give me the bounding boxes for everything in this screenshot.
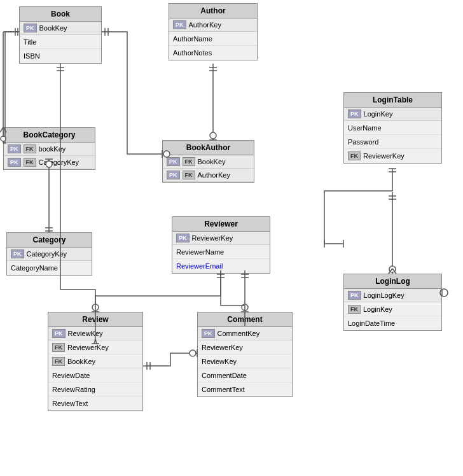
pk-badge: PK [24, 24, 37, 32]
entity-bookcategory: BookCategory PK FK bookKey PK FK Categor… [3, 127, 95, 170]
comment-field-commentkey: CommentKey [218, 330, 260, 337]
category-field-categoryname: CategoryName [7, 261, 92, 275]
fk-badge: FK [183, 157, 195, 166]
comment-field-commenttext: CommentText [198, 382, 292, 396]
reviewer-field-reviewerkey: ReviewerKey [192, 234, 233, 242]
review-field-reviewkey: ReviewKey [68, 330, 103, 337]
entity-comment: Comment PK CommentKey ReviewerKey Review… [197, 312, 293, 397]
entity-book: Book PK BookKey Title ISBN [19, 6, 102, 64]
pk-badge: PK [202, 329, 215, 338]
erd-diagram: Book PK BookKey Title ISBN Author PK Aut… [0, 0, 463, 476]
svg-point-25 [389, 266, 396, 272]
fk-badge: FK [183, 171, 195, 179]
category-pk-row: PK CategoryKey [7, 248, 92, 261]
review-field-reviewerkey: ReviewerKey [67, 344, 109, 351]
author-field-authornotes: AuthorNotes [169, 46, 257, 60]
pk-badge: PK [52, 329, 66, 338]
fk-badge: FK [24, 144, 36, 153]
logintable-field-loginkey: LoginKey [364, 110, 393, 118]
pk-badge: PK [348, 291, 361, 300]
pk-badge: PK [348, 109, 361, 118]
entity-book-title: Book [20, 7, 101, 22]
reviewer-field-reviewername: ReviewerName [172, 245, 270, 259]
loginlog-fk-loginkey: FK LoginKey [344, 302, 441, 316]
pk-badge: PK [173, 20, 186, 29]
category-field-categorykey: CategoryKey [27, 250, 67, 258]
fk-badge: FK [52, 357, 65, 366]
author-field-authorname: AuthorName [169, 32, 257, 46]
fk-badge: FK [24, 158, 36, 167]
entity-bookcategory-title: BookCategory [4, 128, 95, 143]
author-pk-row: PK AuthorKey [169, 18, 257, 32]
entity-review: Review PK ReviewKey FK ReviewerKey FK Bo… [48, 312, 143, 411]
bookauthor-pk1-row: PK FK BookKey [163, 155, 254, 169]
pk-badge: PK [11, 249, 24, 258]
logintable-field-password: Password [344, 135, 441, 149]
loginlog-field-logindatetime: LoginDateTime [344, 316, 441, 330]
loginlog-pk-row: PK LoginLogKey [344, 289, 441, 302]
review-field-reviewtext: ReviewText [48, 396, 142, 410]
entity-category: Category PK CategoryKey CategoryName [6, 232, 92, 276]
review-field-reviewdate: ReviewDate [48, 368, 142, 382]
bookauthor-field-bookkey: BookKey [198, 158, 226, 165]
logintable-fk-reviewerkey: FK ReviewerKey [344, 149, 441, 163]
entity-bookauthor: BookAuthor PK FK BookKey PK FK AuthorKey [162, 140, 254, 183]
entity-logintable-title: LoginTable [344, 93, 441, 108]
review-fk-reviewerkey: FK ReviewerKey [48, 340, 142, 354]
pk-badge: PK [8, 158, 21, 167]
book-field-isbn: ISBN [20, 49, 101, 63]
fk-badge: FK [348, 305, 361, 314]
svg-point-45 [190, 350, 196, 356]
loginlog-field-loginkey: LoginKey [363, 305, 392, 313]
pk-badge: PK [167, 171, 180, 179]
bookauthor-pk2-row: PK FK AuthorKey [163, 169, 254, 182]
pk-badge: PK [167, 157, 180, 166]
pk-badge: PK [176, 234, 190, 242]
bookcategory-field-categorykey: CategoryKey [39, 158, 79, 166]
logintable-field-username: UserName [344, 121, 441, 135]
reviewer-pk-row: PK ReviewerKey [172, 232, 270, 245]
pk-badge: PK [8, 144, 21, 153]
review-fk-bookkey: FK BookKey [48, 354, 142, 368]
comment-field-reviewerkey: ReviewerKey [198, 340, 292, 354]
entity-author-title: Author [169, 4, 257, 18]
fk-badge: FK [52, 343, 65, 352]
entity-logintable: LoginTable PK LoginKey UserName Password… [343, 92, 442, 164]
review-pk-row: PK ReviewKey [48, 327, 142, 340]
entity-author: Author PK AuthorKey AuthorName AuthorNot… [169, 3, 258, 60]
book-field-bookkey: BookKey [39, 24, 67, 32]
comment-field-commentdate: CommentDate [198, 368, 292, 382]
fk-badge: FK [348, 151, 361, 160]
comment-pk-row: PK CommentKey [198, 327, 292, 340]
svg-line-27 [392, 269, 396, 274]
bookcategory-field-bookkey: bookKey [39, 145, 66, 153]
svg-point-36 [242, 304, 248, 311]
loginlog-field-loginlogkey: LoginLogKey [364, 291, 404, 299]
review-field-reviewrating: ReviewRating [48, 382, 142, 396]
book-pk-row: PK BookKey [20, 22, 101, 35]
entity-review-title: Review [48, 312, 142, 327]
svg-point-13 [210, 132, 216, 139]
logintable-field-reviewerkey: ReviewerKey [363, 152, 404, 160]
svg-point-32 [92, 304, 99, 311]
entity-reviewer: Reviewer PK ReviewerKey ReviewerName Rev… [172, 216, 270, 274]
author-field-authorkey: AuthorKey [189, 21, 221, 29]
entity-comment-title: Comment [198, 312, 292, 327]
logintable-pk-row: PK LoginKey [344, 108, 441, 121]
review-field-bookkey: BookKey [67, 358, 95, 365]
entity-reviewer-title: Reviewer [172, 217, 270, 232]
entity-category-title: Category [7, 233, 92, 248]
bookcategory-pk1-row: PK FK bookKey [4, 143, 95, 156]
entity-bookauthor-title: BookAuthor [163, 141, 254, 155]
book-field-title: Title [20, 35, 101, 49]
bookcategory-pk2-row: PK FK CategoryKey [4, 156, 95, 169]
bookauthor-field-authorkey: AuthorKey [198, 171, 230, 179]
entity-loginlog-title: LoginLog [344, 274, 441, 289]
comment-field-reviewkey: ReviewKey [198, 354, 292, 368]
svg-line-26 [389, 269, 392, 274]
reviewer-field-revieweremail: ReviewerEmail [172, 259, 270, 273]
entity-loginlog: LoginLog PK LoginLogKey FK LoginKey Logi… [343, 274, 442, 331]
